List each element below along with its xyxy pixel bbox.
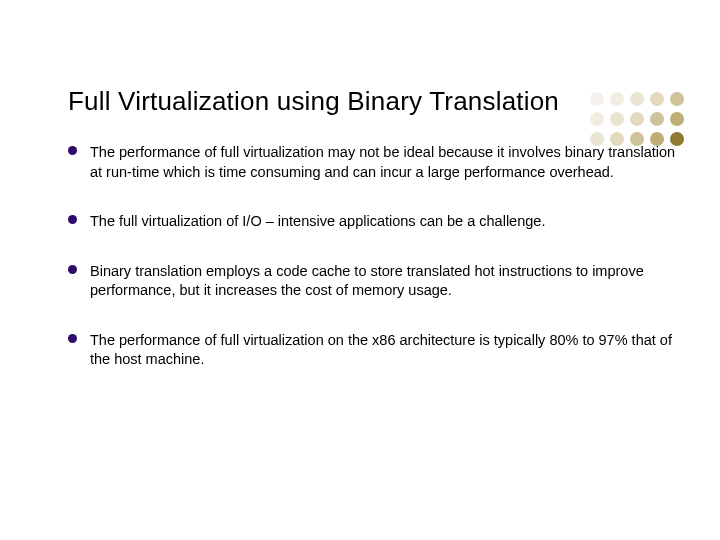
decorative-dot: [670, 92, 684, 106]
list-item: The performance of full virtualization m…: [90, 143, 680, 182]
bullet-icon: [68, 215, 77, 224]
decorative-dot: [590, 92, 604, 106]
list-item-text: Binary translation employs a code cache …: [90, 263, 644, 299]
slide: Full Virtualization using Binary Transla…: [0, 0, 720, 540]
list-item: Binary translation employs a code cache …: [90, 262, 680, 301]
decorative-dot: [650, 92, 664, 106]
decorative-dot: [590, 112, 604, 126]
decorative-dot: [670, 112, 684, 126]
list-item: The full virtualization of I/O – intensi…: [90, 212, 680, 232]
list-item: The performance of full virtualization o…: [90, 331, 680, 370]
decorative-dot: [630, 92, 644, 106]
list-item-text: The performance of full virtualization m…: [90, 144, 675, 180]
body-area: The performance of full virtualization m…: [0, 117, 720, 370]
decorative-dot: [610, 112, 624, 126]
decorative-dot: [610, 92, 624, 106]
bullet-icon: [68, 265, 77, 274]
decorative-dot-grid: [590, 92, 684, 146]
decorative-dot: [650, 112, 664, 126]
bullet-icon: [68, 146, 77, 155]
decorative-dot: [630, 112, 644, 126]
list-item-text: The full virtualization of I/O – intensi…: [90, 213, 545, 229]
list-item-text: The performance of full virtualization o…: [90, 332, 672, 368]
bullet-icon: [68, 334, 77, 343]
